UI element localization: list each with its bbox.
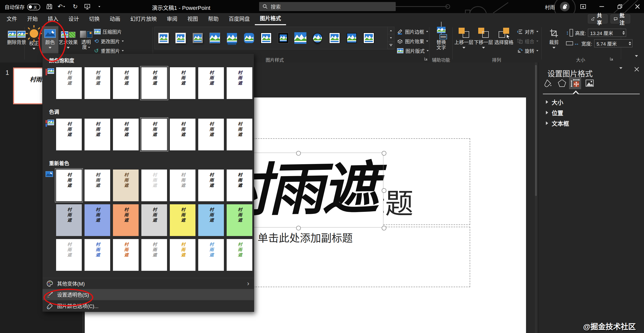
picture-style-thumb[interactable]: [225, 30, 239, 46]
fill-tab[interactable]: [542, 77, 554, 89]
recolor-variant-thumb[interactable]: 村雨遮: [56, 204, 82, 236]
picture-style-thumb[interactable]: [242, 30, 256, 46]
ribbon-tab[interactable]: 帮助: [203, 13, 224, 25]
ribbon-tab[interactable]: 动画: [105, 13, 125, 25]
ribbon-tab[interactable]: 设计: [63, 13, 84, 25]
start-slideshow-button[interactable]: [83, 3, 92, 11]
recolor-variant-thumb[interactable]: 村雨遮: [227, 170, 252, 201]
picture-tab[interactable]: [584, 77, 596, 89]
height-stepper[interactable]: [622, 31, 625, 35]
saturation-variant-thumb[interactable]: 村雨遮: [56, 67, 82, 99]
picture-style-thumb[interactable]: [259, 30, 273, 46]
ribbon-tab[interactable]: 百度网盘: [224, 13, 255, 25]
recolor-variant-thumb[interactable]: 村雨遮: [85, 239, 110, 271]
picture-style-thumb[interactable]: [156, 30, 171, 46]
recolor-variant-thumb[interactable]: 村雨遮: [141, 170, 167, 201]
tone-variant-thumb[interactable]: 村雨遮: [227, 119, 252, 150]
restore-button[interactable]: [615, 3, 625, 11]
undo-button[interactable]: ↶: [56, 3, 67, 11]
picture-border-button[interactable]: 图片边框: [397, 28, 428, 35]
customize-qat-button[interactable]: [95, 3, 104, 11]
saturation-variant-thumb[interactable]: 村雨遮: [141, 67, 167, 99]
picture-style-thumb[interactable]: [361, 30, 376, 46]
more-variants-item[interactable]: 其他变体(M) ›: [43, 278, 254, 289]
compress-picture-button[interactable]: 压缩图片: [94, 28, 122, 35]
recolor-variant-thumb[interactable]: 村雨遮: [85, 204, 110, 236]
recolor-variant-thumb[interactable]: 村雨遮: [56, 239, 82, 271]
saturation-variant-thumb[interactable]: 村雨遮: [198, 67, 224, 99]
recolor-variant-thumb[interactable]: 村雨遮: [170, 239, 195, 271]
canvas-scrollbar[interactable]: [535, 62, 537, 333]
saturation-variant-thumb[interactable]: 村雨遮: [227, 67, 252, 99]
resize-handle-top-right[interactable]: [382, 151, 386, 156]
effects-tab[interactable]: [556, 77, 568, 89]
panel-section-toggle[interactable]: 大小: [546, 98, 563, 106]
crop-button[interactable]: 裁剪: [545, 26, 563, 49]
tone-variant-thumb[interactable]: 村雨遮: [141, 119, 167, 150]
resize-handle-bottom-right[interactable]: [382, 226, 386, 230]
alt-text-button[interactable]: 替换文字: [431, 26, 452, 50]
tone-variant-thumb[interactable]: 村雨遮: [113, 119, 139, 150]
reset-picture-button[interactable]: ↺ 重置图片: [94, 47, 124, 54]
picture-style-thumb[interactable]: [190, 30, 205, 46]
recolor-variant-thumb[interactable]: 村雨遮: [170, 170, 195, 201]
recolor-variant-thumb[interactable]: 村雨遮: [113, 204, 139, 236]
recolor-variant-thumb[interactable]: 村雨遮: [198, 239, 224, 271]
saturation-variant-thumb[interactable]: 村雨遮: [170, 67, 195, 99]
picture-layout-button[interactable]: 图片版式: [397, 47, 429, 54]
resize-handle-bottom-middle[interactable]: [296, 226, 301, 230]
recolor-variant-thumb[interactable]: 村雨遮: [198, 170, 224, 201]
ribbon-tab[interactable]: 幻灯片放映: [125, 13, 162, 25]
picture-styles-dialog-launcher[interactable]: [424, 57, 428, 61]
picture-style-thumb[interactable]: [344, 30, 359, 46]
recolor-variant-thumb[interactable]: 村雨遮: [141, 239, 167, 271]
ribbon-tab[interactable]: 图片格式: [255, 13, 286, 25]
recolor-variant-thumb[interactable]: 村雨遮: [85, 170, 110, 201]
ribbon-tab[interactable]: 切换: [84, 13, 105, 25]
picture-style-thumb[interactable]: [276, 30, 291, 46]
picture-style-thumb[interactable]: [173, 30, 188, 46]
rotate-button[interactable]: 旋转: [517, 47, 538, 54]
redo-button[interactable]: ↻: [71, 3, 79, 11]
gallery-more-button[interactable]: [388, 42, 394, 49]
picture-style-thumb[interactable]: [310, 30, 325, 46]
search-input[interactable]: 搜索: [259, 2, 396, 11]
panel-close-button[interactable]: [634, 67, 639, 72]
resize-handle-top-middle[interactable]: [296, 151, 301, 156]
saturation-variant-thumb[interactable]: 村雨遮: [113, 67, 139, 99]
share-button[interactable]: 共享: [588, 14, 608, 23]
ribbon-tab[interactable]: 文件: [2, 13, 22, 25]
gallery-scroll-down-button[interactable]: [388, 34, 394, 42]
recolor-variant-thumb[interactable]: 村雨遮: [170, 204, 195, 236]
minimize-button[interactable]: [597, 3, 607, 11]
align-button[interactable]: 对齐: [517, 28, 538, 35]
picture-style-thumb[interactable]: [208, 30, 222, 46]
picture-effects-button[interactable]: 图片效果: [397, 38, 428, 45]
bring-forward-button[interactable]: 上移一层: [454, 26, 473, 49]
comments-button[interactable]: 批注: [611, 14, 630, 23]
recolor-variant-thumb[interactable]: 村雨遮: [198, 204, 224, 236]
recolor-variant-thumb[interactable]: 村雨遮: [113, 170, 139, 201]
autosave-control[interactable]: 自动保存 关: [5, 3, 40, 11]
panel-section-toggle[interactable]: 文本框: [546, 119, 569, 127]
saturation-variant-thumb[interactable]: 村雨遮: [85, 67, 110, 99]
ribbon-display-options-button[interactable]: [578, 3, 588, 11]
tone-variant-thumb[interactable]: 村雨遮: [198, 119, 224, 150]
save-button[interactable]: [45, 3, 54, 11]
picture-style-thumb[interactable]: [327, 30, 342, 46]
ribbon-tab[interactable]: 审阅: [162, 13, 182, 25]
avatar[interactable]: [560, 2, 570, 11]
size-properties-tab[interactable]: [569, 77, 581, 89]
size-dialog-launcher[interactable]: [610, 57, 614, 61]
recolor-variant-thumb[interactable]: 村雨遮: [227, 239, 252, 271]
ribbon-tab[interactable]: 视图: [182, 13, 203, 25]
width-stepper[interactable]: [629, 42, 631, 45]
collapse-ribbon-button[interactable]: [635, 57, 638, 61]
height-field[interactable]: 13.24 厘米: [588, 29, 626, 37]
tone-variant-thumb[interactable]: 村雨遮: [85, 119, 110, 150]
width-field[interactable]: 5.74 厘米: [594, 39, 632, 47]
group-button[interactable]: 组合: [517, 38, 538, 45]
recolor-variant-thumb[interactable]: 村雨遮: [227, 204, 252, 236]
close-button[interactable]: [632, 3, 642, 11]
recolor-variant-thumb[interactable]: 村雨遮: [141, 204, 167, 236]
